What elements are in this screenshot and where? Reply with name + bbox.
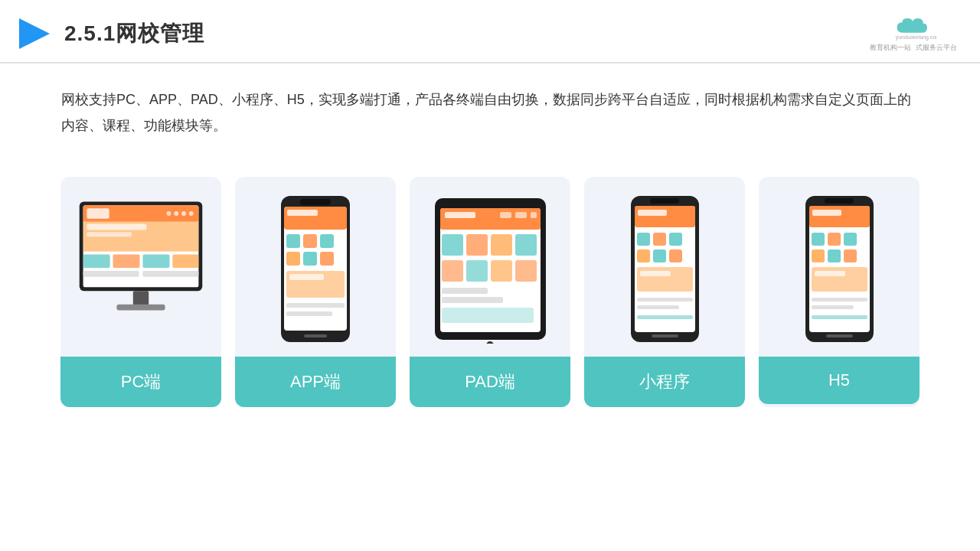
- svg-rect-18: [142, 271, 198, 277]
- svg-rect-68: [640, 271, 671, 276]
- svg-rect-30: [303, 252, 317, 266]
- svg-rect-44: [442, 234, 463, 256]
- svg-rect-45: [466, 234, 488, 256]
- app-label: APP端: [235, 357, 396, 407]
- svg-rect-65: [653, 249, 666, 262]
- svg-rect-61: [637, 233, 650, 246]
- description-text: 网校支持PC、APP、PAD、小程序、H5，实现多端打通，产品各终端自由切换，数…: [0, 64, 980, 154]
- miniprogram-label: 小程序: [584, 357, 745, 407]
- svg-rect-14: [113, 255, 140, 269]
- svg-point-6: [167, 211, 172, 216]
- app-phone-svg: [277, 194, 354, 344]
- svg-rect-75: [825, 198, 854, 204]
- svg-rect-80: [844, 233, 857, 246]
- svg-rect-27: [303, 234, 317, 248]
- svg-rect-88: [812, 315, 867, 319]
- svg-rect-63: [669, 233, 682, 246]
- svg-rect-60: [638, 210, 667, 216]
- svg-rect-42: [515, 212, 527, 218]
- svg-text:yunduoketang.com: yunduoketang.com: [896, 34, 936, 41]
- svg-rect-52: [442, 288, 488, 294]
- svg-rect-70: [637, 305, 679, 309]
- svg-rect-13: [83, 255, 110, 269]
- svg-rect-84: [812, 267, 867, 292]
- pad-tablet-svg: [431, 194, 550, 344]
- svg-rect-64: [637, 249, 650, 262]
- svg-rect-62: [653, 233, 666, 246]
- svg-rect-58: [650, 198, 679, 204]
- svg-rect-78: [812, 233, 825, 246]
- pad-image: [421, 192, 559, 345]
- svg-rect-50: [491, 260, 512, 282]
- svg-rect-17: [83, 271, 139, 277]
- svg-rect-33: [289, 274, 324, 280]
- svg-rect-85: [815, 271, 845, 276]
- svg-point-9: [189, 211, 194, 216]
- page-header: 2.5.1网校管理 yunduoketang.com 教育机构一站 式服务云平台: [0, 0, 980, 64]
- svg-rect-41: [500, 212, 511, 218]
- svg-rect-26: [286, 234, 300, 248]
- logo-icon: yunduoketang.com: [890, 14, 936, 41]
- svg-rect-86: [812, 298, 867, 302]
- card-pc: PC端: [60, 177, 221, 407]
- app-image: [247, 192, 384, 345]
- logo-tagline: 教育机构一站: [870, 43, 911, 53]
- card-pad: PAD端: [410, 177, 570, 407]
- svg-rect-69: [637, 298, 693, 302]
- svg-rect-89: [826, 334, 853, 337]
- svg-rect-12: [87, 233, 131, 237]
- card-app: APP端: [235, 177, 396, 407]
- svg-rect-79: [828, 233, 841, 246]
- cards-container: PC端: [0, 161, 980, 422]
- svg-rect-5: [87, 209, 109, 220]
- svg-rect-67: [637, 267, 693, 292]
- svg-rect-48: [442, 260, 463, 282]
- svg-rect-34: [286, 303, 345, 308]
- svg-rect-47: [515, 234, 537, 256]
- svg-rect-82: [828, 249, 841, 262]
- svg-rect-15: [142, 255, 169, 269]
- logo-tagline2: 式服务云平台: [916, 43, 957, 53]
- svg-rect-81: [812, 249, 825, 262]
- miniprogram-phone-svg: [629, 194, 701, 344]
- svg-rect-20: [116, 305, 165, 311]
- svg-rect-77: [812, 210, 841, 216]
- svg-rect-54: [442, 308, 534, 323]
- svg-rect-40: [445, 212, 475, 218]
- svg-point-7: [174, 211, 178, 216]
- pc-image: [72, 192, 210, 345]
- svg-rect-51: [515, 260, 537, 282]
- pc-monitor-svg: [72, 196, 210, 341]
- play-icon: [15, 15, 54, 53]
- svg-rect-49: [466, 260, 488, 282]
- header-left: 2.5.1网校管理: [15, 15, 204, 53]
- svg-rect-66: [669, 249, 682, 262]
- svg-point-8: [181, 211, 186, 216]
- h5-image: [770, 192, 908, 345]
- svg-rect-72: [652, 334, 678, 337]
- svg-rect-53: [442, 297, 503, 303]
- pc-label: PC端: [60, 357, 221, 407]
- pad-label: PAD端: [410, 357, 570, 407]
- svg-rect-83: [844, 249, 857, 262]
- svg-rect-36: [304, 334, 327, 337]
- miniprogram-image: [596, 192, 733, 345]
- svg-rect-35: [286, 311, 332, 316]
- card-miniprogram: 小程序: [584, 177, 745, 407]
- page-title: 2.5.1网校管理: [64, 19, 204, 48]
- svg-rect-23: [300, 199, 331, 205]
- svg-rect-43: [531, 212, 537, 218]
- svg-rect-19: [133, 292, 149, 306]
- h5-phone-svg: [803, 194, 876, 344]
- svg-marker-0: [19, 18, 50, 49]
- svg-rect-46: [491, 234, 512, 256]
- svg-rect-31: [320, 252, 334, 266]
- svg-point-55: [486, 341, 494, 344]
- card-h5: H5: [759, 177, 920, 407]
- svg-rect-87: [812, 305, 854, 309]
- svg-rect-11: [87, 224, 146, 230]
- svg-rect-25: [287, 210, 318, 216]
- svg-rect-39: [440, 208, 541, 230]
- svg-rect-76: [809, 206, 870, 227]
- svg-rect-71: [637, 315, 693, 319]
